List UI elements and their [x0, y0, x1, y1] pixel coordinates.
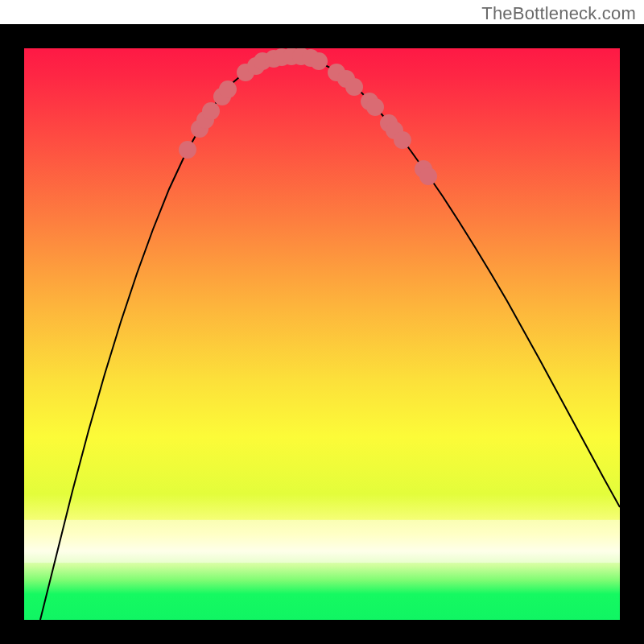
chart-plot-area: [24, 48, 620, 620]
chart-dot: [219, 80, 237, 98]
chart-dot: [394, 131, 411, 149]
chart-dot: [202, 102, 220, 120]
watermark-text: TheBottleneck.com: [481, 3, 636, 24]
chart-svg: [24, 48, 620, 620]
chart-dot: [419, 167, 437, 185]
chart-pale-band: [24, 520, 620, 563]
chart-dot: [345, 78, 363, 96]
chart-dot: [310, 52, 328, 70]
chart-dot: [366, 98, 384, 116]
chart-dot: [179, 141, 196, 159]
